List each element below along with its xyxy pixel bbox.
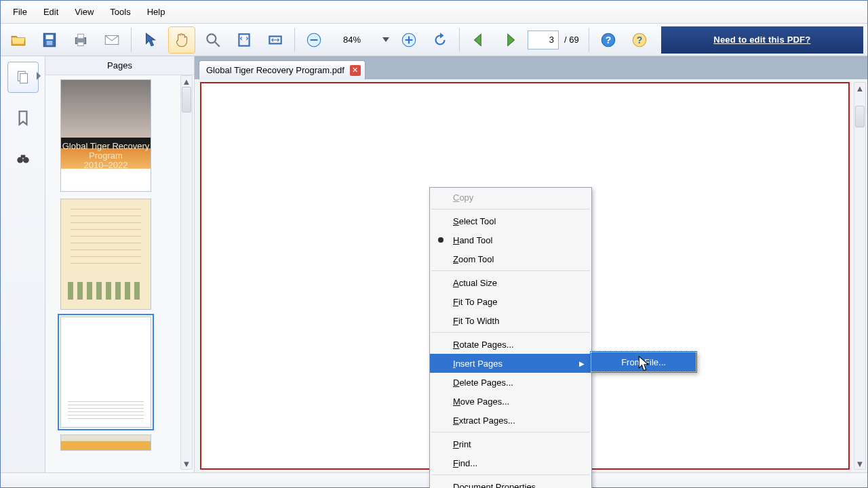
cover-title: Global Tiger Recovery Program 2010–2022 (61, 138, 151, 160)
ctx-copy: Copy (430, 188, 591, 207)
rotate-icon[interactable] (427, 26, 454, 54)
scroll-track[interactable] (181, 87, 192, 458)
open-icon[interactable] (5, 26, 32, 54)
ctx-document-properties[interactable]: Document Properties... (430, 477, 591, 488)
toolbar: 84% / 69 ? ? Need to edit this PDF? (1, 24, 867, 56)
hand-tool-icon[interactable] (168, 26, 195, 54)
svg-rect-21 (20, 74, 27, 83)
ctx-select-tool[interactable]: Select Tool (430, 211, 591, 230)
menu-separator (431, 432, 590, 432)
svg-rect-4 (78, 34, 84, 39)
scroll-up-icon[interactable]: ▲ (854, 83, 865, 94)
mail-icon[interactable] (98, 26, 125, 54)
pages-thumbnail-list: Global Tiger Recovery Program 2010–2022 (45, 75, 194, 472)
ctx-extract-pages[interactable]: Extract Pages... (430, 411, 591, 430)
page-number-input[interactable] (528, 30, 559, 49)
menu-separator (431, 474, 590, 475)
menu-separator (431, 332, 590, 333)
ctx-find[interactable]: Find... (430, 453, 591, 472)
document-tab-label: Global Tiger Recovery Program.pdf (206, 65, 344, 75)
menu-edit[interactable]: Edit (35, 3, 66, 21)
about-icon[interactable]: ? (626, 26, 653, 54)
radio-bullet-icon (438, 237, 443, 243)
menu-separator (431, 209, 590, 209)
panel-expand-icon (37, 72, 41, 80)
ctx-print[interactable]: Print (430, 434, 591, 453)
ctx-rotate-pages[interactable]: Rotate Pages... (430, 335, 591, 354)
toolbar-separator (294, 28, 295, 52)
document-area: Global Tiger Recovery Program.pdf ✕ ▲ ▼ … (195, 56, 867, 472)
svg-text:?: ? (605, 35, 611, 45)
svg-point-7 (207, 34, 216, 43)
fit-width-icon[interactable] (262, 26, 289, 54)
ctx-insert-pages[interactable]: Insert Pages (430, 354, 591, 373)
ctx-hand-tool[interactable]: Hand Tool (430, 230, 591, 249)
left-tool-rail (1, 56, 45, 472)
fit-page-icon[interactable] (231, 26, 258, 54)
pages-scrollbar[interactable]: ▲ ▼ (180, 75, 193, 470)
svg-rect-1 (46, 35, 54, 39)
page-thumbnail[interactable]: Global Tiger Recovery Program 2010–2022 (60, 79, 151, 192)
search-icon[interactable] (199, 26, 226, 54)
insert-pages-submenu: From File... (590, 351, 697, 373)
page-thumbnail[interactable] (60, 434, 151, 451)
document-scrollbar[interactable]: ▲ ▼ (854, 82, 866, 470)
select-tool-icon[interactable] (137, 26, 164, 54)
document-view[interactable]: ▲ ▼ Copy Select Tool Hand Tool Zoom Tool… (195, 79, 867, 472)
menu-file[interactable]: File (5, 3, 35, 21)
scroll-down-icon[interactable]: ▼ (181, 458, 192, 469)
print-icon[interactable] (67, 26, 94, 54)
save-icon[interactable] (36, 26, 63, 54)
app-window: File Edit View Tools Help 84% / 69 ? ? N… (0, 0, 868, 488)
zoom-out-icon[interactable] (300, 26, 328, 54)
bookmarks-panel-toggle[interactable] (7, 102, 39, 134)
ctx-delete-pages[interactable]: Delete Pages... (430, 373, 591, 392)
svg-rect-5 (78, 42, 84, 45)
ctx-zoom-tool[interactable]: Zoom Tool (430, 249, 591, 268)
prev-page-icon[interactable] (465, 26, 492, 54)
menubar: File Edit View Tools Help (1, 1, 867, 24)
menu-separator (431, 270, 590, 271)
help-icon[interactable]: ? (595, 26, 622, 54)
svg-rect-9 (239, 34, 249, 45)
scroll-up-icon[interactable]: ▲ (181, 76, 192, 87)
close-icon[interactable]: ✕ (350, 65, 361, 76)
ctx-fit-width[interactable]: Fit To Width (430, 311, 591, 330)
page-thumbnail[interactable] (60, 317, 151, 428)
zoom-dropdown-icon[interactable] (376, 33, 391, 47)
scroll-down-icon[interactable]: ▼ (854, 458, 865, 469)
body: Pages Global Tiger Recovery Program 2010… (1, 56, 867, 472)
search-panel-toggle[interactable] (7, 143, 39, 174)
page-thumbnail[interactable] (60, 199, 151, 310)
toolbar-separator (131, 28, 132, 52)
toolbar-separator (589, 28, 589, 52)
pages-panel-header: Pages (45, 56, 194, 75)
zoom-in-icon[interactable] (395, 26, 422, 54)
chevron-down-icon (382, 37, 389, 42)
svg-rect-24 (20, 155, 25, 158)
submenu-from-file[interactable]: From File... (591, 352, 696, 372)
context-menu: Copy Select Tool Hand Tool Zoom Tool Act… (429, 187, 592, 488)
edit-pdf-banner[interactable]: Need to edit this PDF? (661, 26, 863, 54)
ctx-move-pages[interactable]: Move Pages... (430, 392, 591, 411)
ctx-fit-page[interactable]: Fit To Page (430, 292, 591, 311)
next-page-icon[interactable] (496, 26, 524, 54)
svg-text:?: ? (636, 35, 642, 45)
svg-line-8 (215, 42, 220, 47)
document-tab[interactable]: Global Tiger Recovery Program.pdf ✕ (199, 60, 366, 79)
scroll-track[interactable] (854, 94, 865, 458)
scroll-thumb[interactable] (855, 106, 865, 127)
pages-icon (14, 68, 33, 87)
pages-panel-toggle[interactable] (7, 62, 39, 93)
scroll-thumb[interactable] (182, 87, 191, 113)
pages-panel: Pages Global Tiger Recovery Program 2010… (45, 56, 195, 472)
svg-rect-2 (47, 41, 53, 45)
toolbar-separator (459, 28, 460, 52)
menu-help[interactable]: Help (139, 3, 174, 21)
zoom-percent-label: 84% (332, 35, 372, 45)
ctx-actual-size[interactable]: Actual Size (430, 273, 591, 292)
menu-tools[interactable]: Tools (102, 3, 138, 21)
menu-view[interactable]: View (66, 3, 102, 21)
svg-point-23 (23, 157, 29, 163)
binoculars-icon (14, 149, 33, 168)
